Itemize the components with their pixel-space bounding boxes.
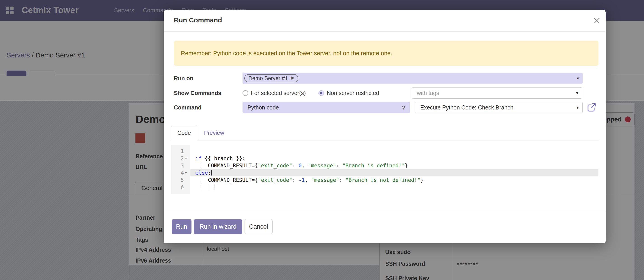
code-editor[interactable]: 12▾34▾56 if {{ branch }}: COMMAND_RESULT… — [171, 145, 598, 197]
text-cursor — [211, 170, 212, 176]
chevron-down-icon: ∨ — [402, 104, 406, 111]
run-in-wizard-button[interactable]: Run in wizard — [194, 219, 242, 234]
run-command-modal: Run Command Remember: Python code is exe… — [164, 10, 606, 243]
code-line[interactable] — [190, 184, 598, 191]
tab-code[interactable]: Code — [171, 125, 197, 141]
chevron-down-icon: ▾ — [576, 90, 578, 96]
server-chip[interactable]: Demo Server #1 ✖ — [244, 74, 298, 82]
gutter-cell[interactable]: 6 — [171, 184, 190, 191]
chevron-down-icon: ▾ — [577, 76, 579, 81]
command-label: Command — [174, 102, 202, 113]
with-tags-select[interactable]: with tags ▾ — [412, 87, 582, 99]
code-line[interactable]: COMMAND_RESULT={"exit_code": -1, "messag… — [190, 176, 598, 184]
code-line[interactable]: COMMAND_RESULT={"exit_code": 0, "message… — [190, 162, 598, 169]
show-commands-radios: For selected server(s) Non server restri… — [242, 87, 379, 99]
radio-non-server-restricted[interactable] — [318, 90, 324, 96]
modal-title: Run Command — [174, 16, 222, 24]
warning-alert: Remember: Python code is executed on the… — [174, 41, 598, 66]
tab-preview[interactable]: Preview — [197, 125, 231, 141]
radio-label-non-server-restricted[interactable]: Non server restricted — [327, 90, 379, 96]
cancel-button[interactable]: Cancel — [244, 219, 272, 234]
indent-guide — [208, 184, 208, 190]
chevron-down-icon: ▾ — [576, 105, 579, 110]
run-button[interactable]: Run — [172, 219, 192, 234]
indent-guide — [214, 184, 214, 190]
radio-for-selected-servers[interactable] — [242, 90, 248, 96]
gutter-cell[interactable]: 4▾ — [171, 169, 190, 176]
command-select[interactable]: Execute Python Code: Check Branch ▾ — [415, 102, 582, 113]
external-link-icon[interactable] — [587, 102, 596, 112]
screen: Cetmix Tower Servers Commands Files Tool… — [0, 0, 644, 280]
chip-remove-icon[interactable]: ✖ — [290, 75, 294, 81]
run-on-select[interactable]: Demo Server #1 ✖ ▾ — [242, 73, 582, 84]
gutter-cell[interactable]: 1 — [171, 148, 190, 155]
run-on-label: Run on — [174, 73, 193, 84]
editor-gutter: 12▾34▾56 — [171, 145, 190, 194]
show-commands-label: Show Commands — [174, 87, 221, 99]
gutter-cell[interactable]: 5 — [171, 176, 190, 184]
code-line[interactable]: if {{ branch }}: — [190, 155, 598, 162]
gutter-cell[interactable]: 3 — [171, 162, 190, 169]
radio-label-for-selected-servers[interactable]: For selected server(s) — [251, 90, 306, 96]
close-icon[interactable] — [593, 17, 601, 25]
editor-lines[interactable]: if {{ branch }}: COMMAND_RESULT={"exit_c… — [190, 148, 598, 191]
command-type-select[interactable]: Python code ∨ — [242, 102, 410, 113]
code-line[interactable] — [190, 148, 598, 155]
gutter-cell[interactable]: 2▾ — [171, 155, 190, 162]
tabs-divider — [171, 140, 598, 141]
code-line[interactable]: else: — [190, 169, 598, 176]
